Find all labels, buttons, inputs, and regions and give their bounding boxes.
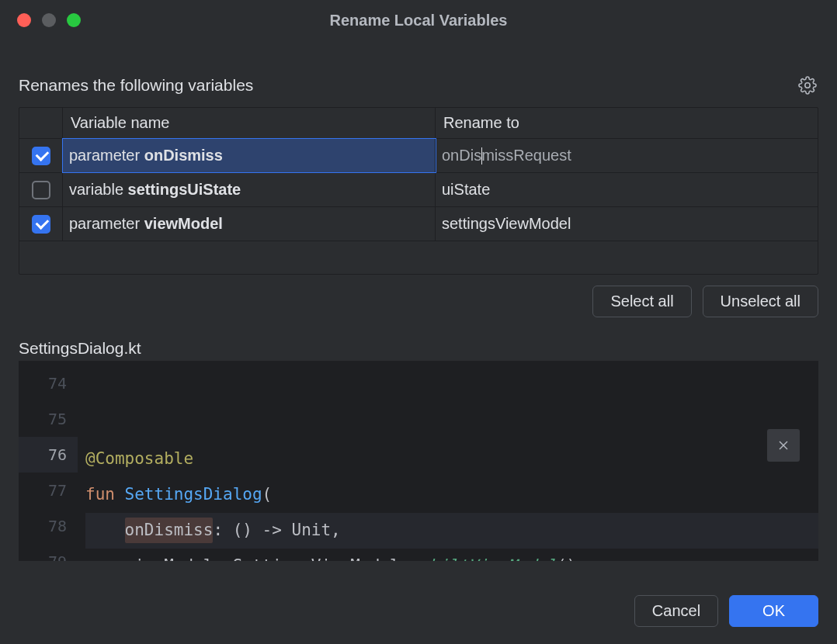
row-checkbox[interactable] (32, 147, 50, 165)
code-line: onDismiss: () -> Unit, (85, 513, 818, 549)
window-title: Rename Local Variables (0, 12, 837, 29)
line-number: 74 (23, 365, 67, 401)
rename-to-cell[interactable]: uiState (436, 173, 818, 206)
rename-to-cell[interactable]: settingsViewModel (436, 207, 818, 241)
rename-to-cell[interactable]: onDismissRequest (436, 139, 818, 172)
table-row[interactable]: parameter viewModelsettingsViewModel (19, 207, 818, 241)
rename-input[interactable]: onDismissRequest (442, 145, 811, 167)
variable-name-cell[interactable]: variable settingsUiState (63, 173, 436, 206)
variable-name-cell[interactable]: parameter viewModel (63, 207, 436, 241)
cancel-button[interactable]: Cancel (634, 595, 718, 627)
table-header: Variable name Rename to (19, 108, 818, 139)
row-checkbox[interactable] (32, 181, 50, 199)
rename-to-text: uiState (442, 181, 490, 199)
variable-name-text: variable settingsUiState (69, 181, 241, 199)
select-all-button[interactable]: Select all (592, 286, 691, 317)
row-checkbox-cell (19, 173, 63, 206)
close-preview-button[interactable] (767, 429, 800, 462)
line-number: 77 (23, 473, 67, 508)
line-gutter: 747576777879 (19, 361, 78, 561)
table-blank-row (19, 241, 818, 274)
col-rename-to: Rename to (436, 108, 818, 138)
row-checkbox-cell (19, 139, 63, 172)
variable-name-text: parameter viewModel (69, 215, 223, 233)
dialog-content: Renames the following variables Variable… (0, 40, 837, 561)
line-number: 79 (23, 544, 67, 561)
line-number: 75 (23, 401, 67, 437)
preview-filename: SettingsDialog.kt (19, 339, 818, 358)
code-preview: 747576777879 @Composablefun SettingsDial… (19, 361, 818, 561)
variable-name-text: parameter onDismiss (69, 147, 223, 164)
row-checkbox-cell (19, 207, 63, 241)
rename-table: Variable name Rename to parameter onDism… (19, 107, 818, 275)
table-row[interactable]: parameter onDismissonDismissRequest (19, 139, 818, 173)
col-checkbox (19, 108, 63, 138)
line-number: 78 (23, 508, 67, 544)
settings-gear-button[interactable] (797, 74, 818, 96)
code-line: fun SettingsDialog( (85, 477, 818, 513)
table-row[interactable]: variable settingsUiStateuiState (19, 173, 818, 207)
unselect-all-button[interactable]: Unselect all (703, 286, 818, 317)
row-checkbox[interactable] (32, 215, 50, 234)
table-body: parameter onDismissonDismissRequestvaria… (19, 139, 818, 241)
ok-button[interactable]: OK (729, 595, 818, 627)
dialog-subheader: Renames the following variables (19, 76, 253, 95)
rename-to-text: settingsViewModel (442, 215, 571, 233)
titlebar: Rename Local Variables (0, 0, 837, 40)
gear-icon (798, 76, 817, 95)
close-icon (778, 440, 789, 451)
dialog-footer: Cancel OK (0, 581, 837, 644)
code-area: @Composablefun SettingsDialog( onDismiss… (78, 361, 818, 561)
col-variable-name: Variable name (63, 108, 436, 138)
code-line: @Composable (85, 441, 818, 477)
svg-point-0 (805, 83, 810, 88)
line-number: 76 (19, 437, 78, 473)
code-line: viewModel: SettingsViewModel = hiltViewM… (85, 549, 818, 561)
variable-name-cell[interactable]: parameter onDismiss (63, 139, 436, 172)
